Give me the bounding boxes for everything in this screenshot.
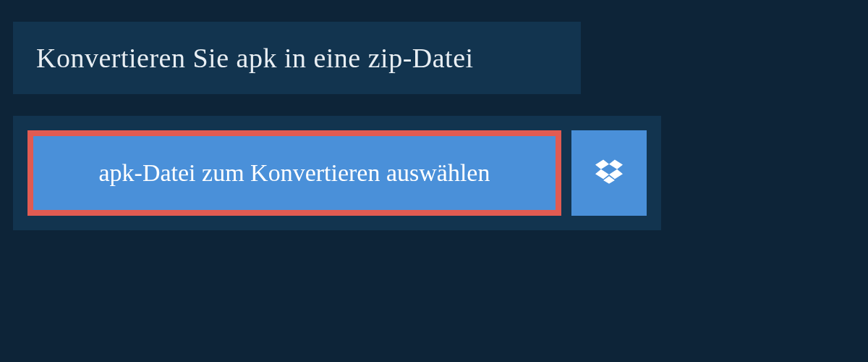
dropbox-button[interactable] — [571, 130, 647, 216]
page-title: Konvertieren Sie apk in eine zip-Datei — [36, 42, 559, 74]
select-file-button[interactable]: apk-Datei zum Konvertieren auswählen — [27, 130, 561, 216]
button-panel: apk-Datei zum Konvertieren auswählen — [13, 116, 661, 230]
dropbox-icon — [595, 159, 623, 187]
select-file-label: apk-Datei zum Konvertieren auswählen — [99, 159, 490, 187]
header-bar: Konvertieren Sie apk in eine zip-Datei — [13, 22, 581, 94]
